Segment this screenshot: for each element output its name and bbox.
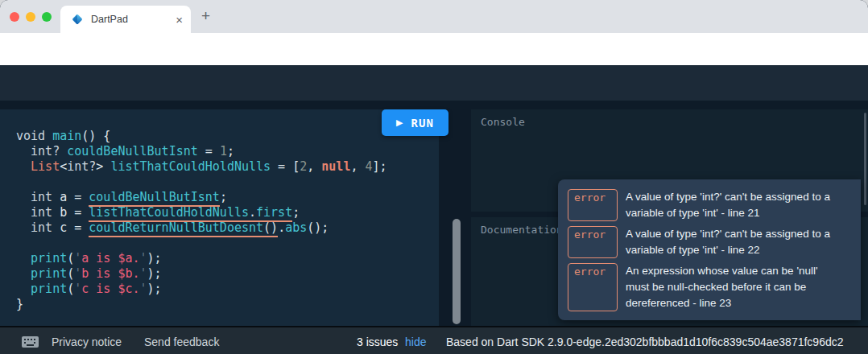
window-close-button[interactable] xyxy=(10,12,19,22)
code-token: ( xyxy=(67,266,74,281)
error-item: errorA value of type 'int?' can't be ass… xyxy=(568,189,853,221)
code-token xyxy=(60,144,67,158)
code-line[interactable]: int b = listThatCouldHoldNulls.first; xyxy=(16,205,387,220)
code-token: void xyxy=(16,129,45,143)
code-token: int xyxy=(31,190,52,204)
code-token: ; xyxy=(220,190,227,204)
code-token: print xyxy=(31,251,67,266)
code-token xyxy=(16,220,31,235)
code-line[interactable]: print('b is $b.'); xyxy=(16,266,387,282)
code-token: a is $a. xyxy=(81,251,139,266)
tab-close-icon[interactable]: × xyxy=(176,14,183,26)
code-token: ; xyxy=(227,144,234,158)
code-token: = xyxy=(198,144,220,158)
keyboard-icon[interactable] xyxy=(22,336,39,348)
code-token: ]; xyxy=(373,159,387,174)
code-token: print xyxy=(31,266,67,281)
dartpad-favicon-icon xyxy=(71,13,84,26)
status-bar: Privacy notice Send feedback 3 issues hi… xyxy=(0,326,868,354)
splitter-handle[interactable] xyxy=(453,219,461,324)
code-line[interactable]: print('a is $a.'); xyxy=(16,251,387,266)
window-minimize-button[interactable] xyxy=(26,12,35,22)
error-overlay: errorA value of type 'int?' can't be ass… xyxy=(558,179,861,320)
error-badge: error xyxy=(568,226,618,258)
error-message: A value of type 'int?' can't be assigned… xyxy=(626,189,830,221)
new-tab-button[interactable]: + xyxy=(201,7,210,25)
code-token: > xyxy=(96,159,110,174)
code-token xyxy=(16,159,31,174)
code-token: c is $c. xyxy=(81,282,139,296)
code-token: ' xyxy=(74,282,81,296)
privacy-notice-link[interactable]: Privacy notice xyxy=(52,335,122,348)
code-token xyxy=(16,266,31,281)
code-token: List xyxy=(31,159,60,174)
code-token: < xyxy=(60,159,67,174)
code-line[interactable]: int c = couldReturnNullButDoesnt().abs()… xyxy=(16,220,387,236)
code-token: ); xyxy=(147,282,162,296)
code-token: () xyxy=(263,220,278,237)
error-badge: error xyxy=(568,263,618,311)
code-token: 2 xyxy=(300,159,307,174)
main-area: void main() { int? couldBeNullButIsnt = … xyxy=(0,101,868,326)
code-token: listThatCouldHoldNulls xyxy=(89,205,249,222)
code-token: . xyxy=(249,205,256,222)
code-token: ; xyxy=(292,205,300,220)
code-token: ' xyxy=(74,251,81,266)
error-item: errorA value of type 'int?' can't be ass… xyxy=(568,226,853,258)
code-token: print xyxy=(31,282,67,296)
code-token: abs xyxy=(285,220,307,235)
error-item: errorAn expression whose value can be 'n… xyxy=(568,263,853,311)
tab-title: DartPad xyxy=(91,14,176,25)
code-token xyxy=(16,144,31,158)
code-line[interactable]: } xyxy=(16,297,387,312)
run-button[interactable]: ▶ RUN xyxy=(382,109,448,136)
issues-count: 3 issues xyxy=(357,335,398,348)
code-token: int? xyxy=(31,144,60,158)
hide-issues-link[interactable]: hide xyxy=(405,335,426,348)
code-line[interactable]: print('c is $c.'); xyxy=(16,282,387,297)
tab-strip: DartPad × + xyxy=(0,0,868,33)
code-token xyxy=(16,190,31,204)
code-token: c = xyxy=(52,220,89,235)
code-token: , xyxy=(307,159,321,174)
send-feedback-link[interactable]: Send feedback xyxy=(144,335,219,348)
code-token: b is $b. xyxy=(81,266,139,281)
error-badge: error xyxy=(568,189,618,221)
code-token: int xyxy=(31,205,52,220)
code-token: ' xyxy=(140,282,147,296)
sdk-version-text: Based on Dart SDK 2.9.0-edge.2ed302bfbbb… xyxy=(446,335,844,348)
code-token: ' xyxy=(140,251,147,266)
code-area[interactable]: void main() { int? couldBeNullButIsnt = … xyxy=(16,129,387,312)
code-token: listThatCouldHoldNulls xyxy=(110,159,271,174)
code-token: ' xyxy=(140,266,147,281)
code-token: null xyxy=(321,159,350,174)
code-line[interactable]: int a = couldBeNullButIsnt; xyxy=(16,190,387,205)
browser-window: DartPad × + nullsafety.dartpad.dev/3e53f… xyxy=(0,0,868,354)
code-line[interactable]: int? couldBeNullButIsnt = 1; xyxy=(16,144,387,159)
code-line[interactable] xyxy=(16,175,387,190)
code-token: , xyxy=(350,159,365,174)
play-icon: ▶ xyxy=(396,117,403,128)
run-label: RUN xyxy=(411,117,434,130)
code-token xyxy=(16,251,31,266)
code-token xyxy=(16,282,31,296)
code-line[interactable] xyxy=(16,236,387,251)
code-token: int? xyxy=(67,159,96,174)
code-token: } xyxy=(16,297,23,311)
code-token: = [ xyxy=(271,159,300,174)
code-token: ); xyxy=(147,251,162,266)
window-zoom-button[interactable] xyxy=(42,12,52,22)
code-token: int xyxy=(31,220,52,235)
console-label: Console xyxy=(481,116,525,128)
code-token: (); xyxy=(307,220,329,235)
browser-tab[interactable]: DartPad × xyxy=(60,6,191,33)
code-token: couldBeNullButIsnt xyxy=(89,190,220,207)
scrollbar-thumb[interactable] xyxy=(864,113,866,205)
code-token: ' xyxy=(74,266,81,281)
code-line[interactable]: void main() { xyxy=(16,129,387,144)
dartpad-header: DartPad with null safety! <> New Pad Res… xyxy=(0,65,868,101)
code-line[interactable]: List<int?> listThatCouldHoldNulls = [2, … xyxy=(16,159,387,175)
code-token: couldReturnNullButDoesnt xyxy=(89,220,263,237)
code-token: a = xyxy=(52,190,89,204)
code-editor[interactable]: void main() { int? couldBeNullButIsnt = … xyxy=(0,109,439,326)
